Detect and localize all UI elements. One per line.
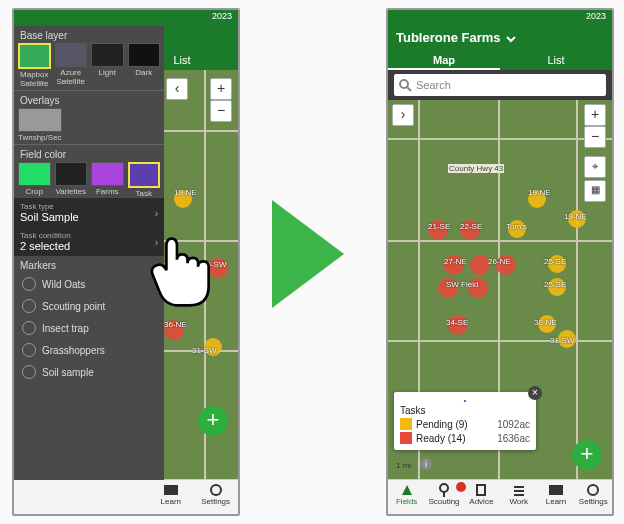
legend-pager: • [400,396,530,405]
nav-advice[interactable]: Advice [463,480,500,514]
nav-learn[interactable]: Learn [537,480,574,514]
status-bar: 2023 [388,10,612,26]
base-light[interactable]: Light [91,43,124,88]
search-icon [398,78,412,92]
layers-button[interactable]: ▦ [584,180,606,202]
status-bar: 2023 [14,10,238,26]
overlays-heading: Overlays [20,95,158,106]
bottom-nav: Fields Scouting Advice Work Learn Settin… [388,479,612,514]
legend-title: Tasks [400,405,530,416]
zoom-in-button[interactable]: + [210,78,232,100]
nav-settings[interactable]: Settings [575,480,612,514]
add-fab[interactable]: + [198,406,228,436]
header: Tublerone Farms Map List [388,26,612,70]
base-mapbox-satellite[interactable]: Mapbox Satellite [18,43,51,88]
info-icon[interactable]: i [420,458,432,470]
legend-ready: Ready (14) 1636ac [400,432,530,444]
svg-rect-7 [549,485,563,495]
svg-point-4 [440,484,448,492]
svg-rect-0 [164,485,178,495]
search-input[interactable]: Search [394,74,606,96]
color-crop[interactable]: Crop [18,162,51,198]
map-scale: 1 mi [396,461,411,470]
color-farms[interactable]: Farms [91,162,124,198]
bottom-nav: Learn Settings [14,479,238,514]
color-varieties[interactable]: Varieties [55,162,88,198]
field-color-heading: Field color [20,149,158,160]
arrow-icon [272,200,344,308]
hand-cursor-icon [140,228,228,316]
nav-learn[interactable]: Learn [148,480,193,514]
zoom-out-button[interactable]: − [584,126,606,148]
base-azure-satellite[interactable]: Azure Satellite [55,43,88,88]
marker-insect-trap[interactable]: Insect trap [14,317,164,339]
svg-point-2 [400,80,408,88]
task-type-select[interactable]: Task type Soil Sample › [14,198,164,227]
nav-settings[interactable]: Settings [193,480,238,514]
close-icon[interactable]: × [528,386,542,400]
phone-right: 2023 Tublerone Farms Map List Search Cou… [386,8,614,516]
nav-work[interactable]: Work [500,480,537,514]
add-fab[interactable]: + [572,440,602,470]
svg-point-8 [588,485,598,495]
svg-line-3 [407,87,411,91]
chevron-down-icon [506,34,516,44]
locate-button[interactable]: ⌖ [584,156,606,178]
svg-rect-6 [477,485,485,495]
base-dark[interactable]: Dark [128,43,161,88]
svg-point-1 [211,485,221,495]
task-legend: × • Tasks Pending (9) 1092ac Ready (14) … [394,392,536,450]
marker-soil-sample[interactable]: Soil sample [14,361,164,383]
panel-collapse-button[interactable]: ‹ [166,78,188,100]
tab-map[interactable]: Map [388,50,500,70]
chevron-right-icon: › [155,207,158,218]
nav-scouting[interactable]: Scouting [425,480,462,514]
panel-expand-button[interactable]: › [392,104,414,126]
zoom-in-button[interactable]: + [584,104,606,126]
nav-fields[interactable]: Fields [388,480,425,514]
markers-heading: Markers [20,260,158,271]
tab-list[interactable]: List [500,50,612,70]
farm-selector[interactable]: Tublerone Farms [396,30,516,45]
legend-pending: Pending (9) 1092ac [400,418,530,430]
color-task[interactable]: Task [128,162,161,198]
zoom-out-button[interactable]: − [210,100,232,122]
overlay-twnshp[interactable]: Twnshp/Sec [18,108,62,142]
marker-grasshoppers[interactable]: Grasshoppers [14,339,164,361]
base-layer-heading: Base layer [20,30,158,41]
